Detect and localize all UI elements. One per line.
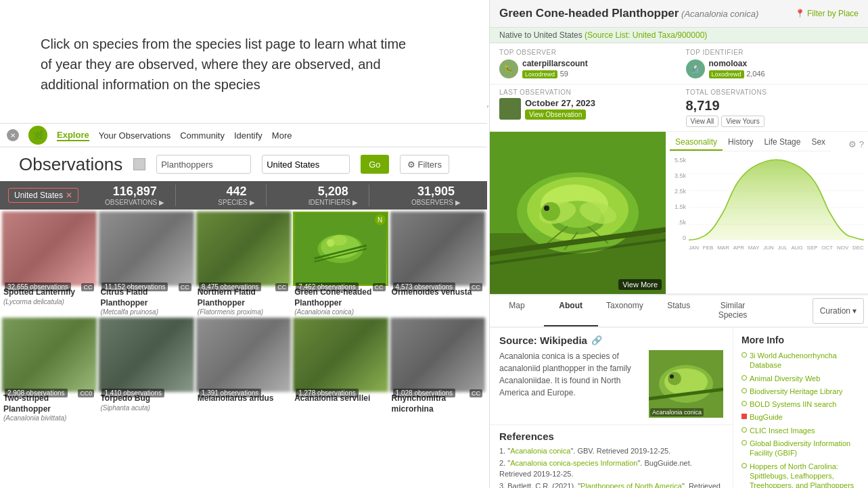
ref-link-2[interactable]: Acanalonia conica-species Information bbox=[510, 459, 637, 467]
nav-logo: 🌿 bbox=[28, 126, 47, 145]
obs-count: 1,391 observations bbox=[199, 389, 262, 397]
top-observer-info: caterpillarscount Loxodrewd 59 bbox=[522, 59, 588, 78]
species-img bbox=[196, 318, 291, 392]
species-card-spotted-lanternfly[interactable]: 32,655 observations CC Spotted Lanternfl… bbox=[2, 212, 97, 316]
more-info-link-4[interactable]: BOLD Systems IIN search bbox=[741, 399, 861, 409]
tab-sex[interactable]: Sex bbox=[806, 135, 831, 151]
top-identifier-label: TOP IDENTIFIER bbox=[686, 49, 859, 56]
help-icon[interactable]: ? bbox=[859, 139, 864, 149]
nav-community[interactable]: Community bbox=[180, 130, 225, 141]
link-text: CLIC Insect Images bbox=[750, 426, 815, 435]
location-tag-remove[interactable]: ✕ bbox=[66, 191, 72, 200]
sp-sci-name-text: Acanalonia conica bbox=[684, 9, 756, 19]
species-card-rhynchomitra[interactable]: 1,028 observations CC Rhynchomitra micro… bbox=[390, 318, 485, 422]
link-text: Animal Diversity Web bbox=[750, 374, 820, 383]
obs-count: 1,028 observations bbox=[393, 389, 456, 397]
refs-title: References bbox=[499, 431, 723, 442]
wiki-link-icon[interactable]: 🔗 bbox=[591, 335, 602, 345]
species-img bbox=[293, 212, 388, 286]
species-sci-name: (Metcalfa pruinosa) bbox=[99, 308, 193, 316]
filter-label: Filters bbox=[418, 160, 442, 170]
ref-item-1: 1. "Acanalonia conica". GBV. Retrieved 2… bbox=[499, 446, 723, 456]
view-yours-btn[interactable]: View Yours bbox=[721, 116, 764, 127]
link-text: Global Biodiversity Information Facility… bbox=[750, 439, 861, 458]
tab-map[interactable]: Map bbox=[490, 295, 544, 326]
wiki-source: Source: Wikipedia 🔗 bbox=[499, 335, 723, 346]
about-text-area: Source: Wikipedia 🔗 bbox=[490, 328, 733, 424]
more-info-link-7[interactable]: Global Biodiversity Information Facility… bbox=[741, 439, 861, 458]
ref-link-1[interactable]: Acanalonia conica bbox=[510, 447, 570, 455]
cc-badge: CC bbox=[470, 283, 482, 291]
tab-seasonality[interactable]: Seasonality bbox=[670, 135, 723, 151]
species-card-two-striped[interactable]: 2,908 observations CC0 Two-striped Plant… bbox=[2, 318, 97, 422]
cc-badge: CC0 bbox=[78, 389, 94, 397]
obs-count: 32,655 observations bbox=[5, 283, 71, 291]
sp-header: Green Cone-headed Planthopper (Acanaloni… bbox=[490, 0, 868, 28]
location-tag[interactable]: United States ✕ bbox=[8, 188, 78, 203]
cc-badge: CC bbox=[275, 283, 288, 291]
tab-similar-species[interactable]: Similar Species bbox=[706, 295, 760, 326]
wiki-source-text: Source: Wikipedia bbox=[499, 335, 587, 346]
view-more-btn[interactable]: View More bbox=[618, 279, 662, 290]
top-observer-count-val: 59 bbox=[560, 70, 568, 78]
species-sci-name: (Siphanta acuta) bbox=[99, 404, 193, 412]
top-identifier-count-val: 2,046 bbox=[746, 70, 765, 78]
tab-history[interactable]: History bbox=[723, 135, 758, 151]
go-button[interactable]: Go bbox=[361, 155, 388, 174]
view-all-btn[interactable]: View All bbox=[686, 116, 719, 127]
tab-status[interactable]: Status bbox=[652, 295, 706, 326]
more-info-link-5[interactable]: BugGuide bbox=[741, 412, 861, 422]
curation-chevron: ▾ bbox=[852, 306, 856, 316]
more-info-link-1[interactable]: 3i World Auchenorrhyncha Database bbox=[741, 351, 861, 370]
top-identifier-name[interactable]: nomoloax bbox=[709, 59, 765, 68]
settings-icon[interactable]: ⚙ bbox=[848, 139, 856, 149]
total-obs-section: TOTAL OBSERVATIONS 8,719 View All View Y… bbox=[686, 89, 859, 127]
species-card-citrus[interactable]: 11,152 observations CC Citrus Flatid Pla… bbox=[99, 212, 193, 316]
species-sci-name: (Lycorma delicatula) bbox=[2, 298, 97, 306]
species-card-torpedo[interactable]: 1,410 observations Torpedo Bug (Siphanta… bbox=[99, 318, 193, 422]
sp-small-img: Acanalonia conica bbox=[649, 350, 723, 418]
filter-by-place-btn[interactable]: 📍 Filter by Place bbox=[795, 9, 859, 18]
nav-identify[interactable]: Identify bbox=[234, 130, 262, 141]
location-input[interactable] bbox=[262, 155, 350, 174]
species-card-acanalonia[interactable]: 1,278 observations Acanalonia servillei bbox=[293, 318, 388, 422]
species-img bbox=[196, 212, 291, 286]
total-obs-count: 8,719 bbox=[686, 98, 859, 114]
species-card-northern[interactable]: 8,475 observations CC Northern Flatid Pl… bbox=[196, 212, 291, 316]
more-info-link-6[interactable]: CLIC Insect Images bbox=[741, 426, 861, 435]
species-img bbox=[293, 318, 388, 392]
species-card-melanollarus[interactable]: 1,391 observations Melanollarus aridus bbox=[196, 318, 291, 422]
more-info-link-8[interactable]: Hoppers of North Carolina: Spittlebugs, … bbox=[741, 462, 861, 488]
ref-item-3: 3. Bartlett, C.R. (2021). "Planthoppers … bbox=[499, 481, 723, 488]
more-info-link-3[interactable]: Biodiversity Heritage Library bbox=[741, 387, 861, 396]
link-text: 3i World Auchenorrhyncha Database bbox=[750, 351, 861, 370]
svg-point-18 bbox=[544, 205, 549, 211]
filter-button[interactable]: ⚙ Filters bbox=[400, 155, 449, 174]
curation-btn[interactable]: Curation ▾ bbox=[813, 298, 864, 324]
stats-observations: 116,897 OBSERVATIONS ▶ bbox=[94, 185, 176, 206]
nav-your-obs[interactable]: Your Observations bbox=[99, 130, 170, 141]
tab-taxonomy[interactable]: Taxonomy bbox=[598, 295, 652, 326]
species-sci-name: (Flatormenis proxima) bbox=[196, 308, 291, 316]
top-obs-row: TOP OBSERVER 🐛 caterpillarscount Loxodre… bbox=[490, 43, 868, 84]
nav-more[interactable]: More bbox=[272, 130, 292, 141]
view-observation-btn[interactable]: View Observation bbox=[525, 109, 586, 120]
tab-life-stage[interactable]: Life Stage bbox=[758, 135, 806, 151]
top-observer-name[interactable]: caterpillarscount bbox=[522, 59, 588, 68]
search-input[interactable] bbox=[156, 155, 251, 174]
ref-link-3[interactable]: Planthoppers of North America bbox=[580, 482, 682, 488]
stats-divider: 116,897 OBSERVATIONS ▶ 442 SPECIES ▶ 5,2… bbox=[78, 185, 487, 206]
svg-point-7 bbox=[332, 235, 347, 245]
tab-about[interactable]: About bbox=[544, 295, 598, 326]
cc-badge: CC bbox=[179, 283, 191, 291]
search-color-indicator bbox=[133, 158, 145, 170]
nav-explore[interactable]: Explore bbox=[57, 130, 89, 141]
nav-close-btn[interactable]: ✕ bbox=[7, 129, 19, 141]
stats-observers: 31,905 OBSERVERS ▶ bbox=[401, 185, 472, 206]
species-card-green-cone[interactable]: N 7,462 observations CC Green Cone-heade… bbox=[293, 212, 388, 316]
species-card-ormenoides[interactable]: 4,573 observations CC Ormenoides venusta bbox=[390, 212, 485, 316]
link-text: BOLD Systems IIN search bbox=[750, 399, 836, 409]
more-info-link-2[interactable]: Animal Diversity Web bbox=[741, 374, 861, 383]
source-list-link[interactable]: (Source List: United Taxa/900000) bbox=[585, 30, 707, 40]
species-img bbox=[99, 212, 193, 286]
